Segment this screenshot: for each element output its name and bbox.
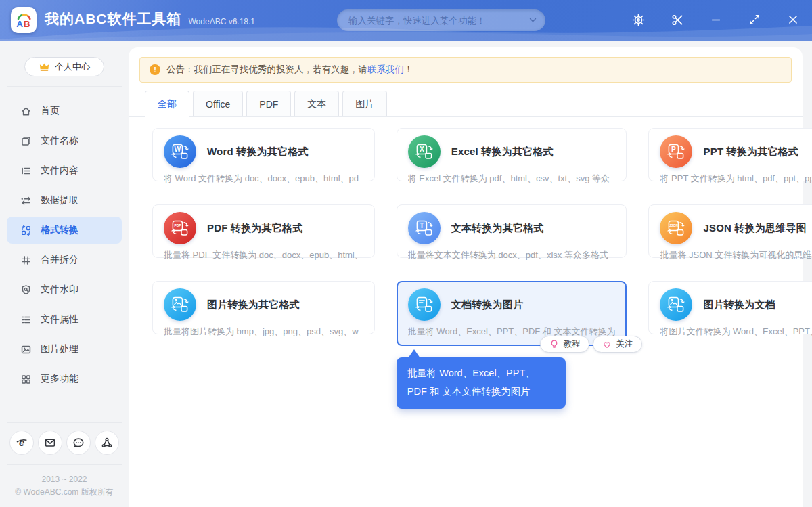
contact-us-link[interactable]: 联系我们: [367, 64, 404, 74]
browser-link-button[interactable]: e: [9, 431, 34, 455]
copyright-years: 2013 ~ 2022: [0, 473, 129, 486]
card-image-convert[interactable]: 图片转换为其它格式 批量将图片转换为 bmp、jpg、png、psd、svg、w: [152, 281, 375, 334]
tab-office[interactable]: Office: [193, 91, 243, 116]
pdf-convert-icon: PDF: [164, 212, 196, 244]
profile-center-button[interactable]: 个人中心: [24, 57, 104, 76]
chevron-down-icon[interactable]: [529, 18, 537, 23]
sidebar-item-merge-split[interactable]: 合并拆分: [7, 246, 122, 273]
card-badge-letter: PDF: [174, 223, 181, 227]
sidebar: 个人中心 首页 文件名称 文件内容: [0, 41, 129, 507]
card-image-to-doc[interactable]: 图片转换为文档 将图片文件转换为 Word、Excel、PPT、PDF 文档格: [648, 281, 812, 334]
sidebar-item-label: 数据提取: [41, 194, 78, 206]
sidebar-item-image-process[interactable]: 图片处理: [7, 336, 122, 363]
card-badge-letter: JSON: [670, 224, 679, 227]
copyright-owner: © WodeABC.com 版权所有: [0, 486, 129, 499]
card-description: 将 PPT 文件转换为 html、pdf、ppt、pptx、xps 等众: [660, 173, 812, 185]
card-ppt-convert[interactable]: P PPT 转换为其它格式 将 PPT 文件转换为 html、pdf、ppt、p…: [648, 128, 812, 181]
warning-icon: !: [150, 64, 160, 75]
app-logo: A B: [11, 7, 37, 33]
json-mindmap-icon: JSON: [660, 212, 692, 244]
screenshot-button[interactable]: [670, 13, 684, 27]
logo-letter-a: A: [16, 19, 23, 29]
card-pdf-convert[interactable]: PDF PDF 转换为其它格式 批量将 PDF 文件转换为 doc、docx、e…: [152, 204, 375, 258]
tutorial-label: 教程: [563, 338, 580, 350]
image-to-doc-icon: [660, 288, 692, 321]
main-panel: ! 公告：我们正在寻找优秀的投资人，若有兴趣，请联系我们！ 全部 Office …: [129, 47, 803, 507]
copyright: 2013 ~ 2022 © WodeABC.com 版权所有: [0, 473, 129, 499]
file-content-icon: [20, 165, 32, 177]
file-props-icon: [20, 314, 32, 326]
heart-icon: [602, 340, 612, 349]
quick-search[interactable]: [337, 9, 545, 31]
card-word-convert[interactable]: W Word 转换为其它格式 将 Word 文件转换为 doc、docx、epu…: [152, 128, 375, 181]
card-title: 图片转换为其它格式: [207, 299, 300, 311]
tab-text[interactable]: 文本: [294, 91, 339, 116]
sidebar-item-label: 文件内容: [41, 164, 78, 177]
resize-icon: [748, 14, 761, 26]
minimize-button[interactable]: [708, 13, 723, 27]
settings-button[interactable]: [631, 13, 646, 27]
card-description: 将 Excel 文件转换为 pdf、html、csv、txt、svg 等众: [408, 173, 616, 185]
chat-bubble-icon: [72, 437, 85, 449]
card-title: PPT 转换为其它格式: [703, 146, 798, 158]
sidebar-item-data-extract[interactable]: 数据提取: [7, 187, 122, 214]
home-icon: [20, 106, 32, 117]
search-input[interactable]: [337, 9, 545, 31]
sidebar-item-watermark[interactable]: 文件水印: [7, 276, 122, 303]
mail-icon: [44, 437, 56, 449]
maximize-button[interactable]: [747, 13, 761, 27]
file-name-icon: [20, 135, 32, 147]
scissors-icon: [671, 14, 683, 26]
card-json-mindmap[interactable]: JSON JSON 转换为思维导图 批量将 JSON 文件转换为可视化的思维导图…: [648, 204, 812, 258]
sidebar-item-label: 文件名称: [41, 135, 78, 147]
email-button[interactable]: [38, 431, 62, 455]
card-title: PDF 转换为其它格式: [207, 222, 302, 235]
tab-pdf[interactable]: PDF: [246, 91, 291, 116]
close-icon: [787, 14, 799, 26]
card-title: 文档转换为图片: [451, 299, 523, 311]
social-links: e: [0, 431, 129, 455]
card-doc-to-image[interactable]: 文档转换为图片 批量将 Word、Excel、PPT、PDF 和 文本文件转换为…: [397, 281, 627, 346]
card-hover-actions: 教程 关注: [540, 336, 642, 353]
card-excel-convert[interactable]: X Excel 转换为其它格式 将 Excel 文件转换为 pdf、html、c…: [397, 128, 627, 181]
sidebar-item-file-props[interactable]: 文件属性: [7, 306, 122, 333]
announcement-text: 公告：我们正在寻找优秀的投资人，若有兴趣，请联系我们！: [166, 64, 413, 76]
image-convert-icon: [164, 288, 196, 321]
sidebar-item-label: 格式转换: [41, 224, 78, 236]
svg-text:e: e: [19, 437, 24, 448]
tab-image[interactable]: 图片: [342, 91, 387, 116]
doc-to-image-icon: [408, 288, 441, 321]
sidebar-item-more-features[interactable]: 更多功能: [7, 366, 122, 393]
card-text-convert[interactable]: T 文本转换为其它格式 批量将文本文件转换为 docx、pdf、xlsx 等众多…: [397, 204, 627, 258]
category-tabs: 全部 Office PDF 文本 图片: [129, 91, 803, 117]
close-button[interactable]: [786, 13, 800, 27]
tutorial-button[interactable]: 教程: [540, 336, 589, 353]
card-title: 文本转换为其它格式: [451, 222, 544, 235]
app-body: 个人中心 首页 文件名称 文件内容: [0, 41, 812, 507]
sidebar-item-file-name[interactable]: 文件名称: [7, 127, 122, 154]
follow-label: 关注: [616, 338, 633, 350]
minimize-icon: [710, 14, 722, 26]
announcement-bar: ! 公告：我们正在寻找优秀的投资人，若有兴趣，请联系我们！: [139, 57, 792, 83]
ppt-convert-icon: P: [660, 135, 692, 168]
sidebar-item-format-convert[interactable]: 格式转换: [7, 217, 122, 244]
announcement-prefix: 公告：我们正在寻找优秀的投资人，若有兴趣，请: [166, 64, 367, 74]
data-extract-icon: [20, 195, 32, 206]
tooltip-text: 批量将 Word、Excel、PPT、PDF 和 文本文件转换为图片: [407, 368, 535, 397]
logo-letter-b: B: [24, 19, 30, 29]
browser-e-icon: e: [16, 437, 28, 449]
card-badge-letter: W: [175, 146, 181, 153]
card-badge-letter: T: [420, 222, 424, 229]
sidebar-divider: [7, 86, 122, 87]
app-logo-icon: A B: [14, 10, 34, 30]
tab-all[interactable]: 全部: [145, 91, 189, 116]
chat-button[interactable]: [66, 431, 91, 455]
share-network-button[interactable]: [95, 431, 119, 455]
sidebar-item-home[interactable]: 首页: [7, 97, 122, 125]
gear-icon: [632, 14, 645, 26]
card-description: 将图片文件转换为 Word、Excel、PPT、PDF 文档格: [660, 326, 812, 338]
sidebar-item-label: 合并拆分: [41, 254, 78, 266]
card-title: Word 转换为其它格式: [207, 146, 309, 158]
sidebar-item-file-content[interactable]: 文件内容: [7, 157, 122, 184]
follow-button[interactable]: 关注: [593, 336, 642, 353]
